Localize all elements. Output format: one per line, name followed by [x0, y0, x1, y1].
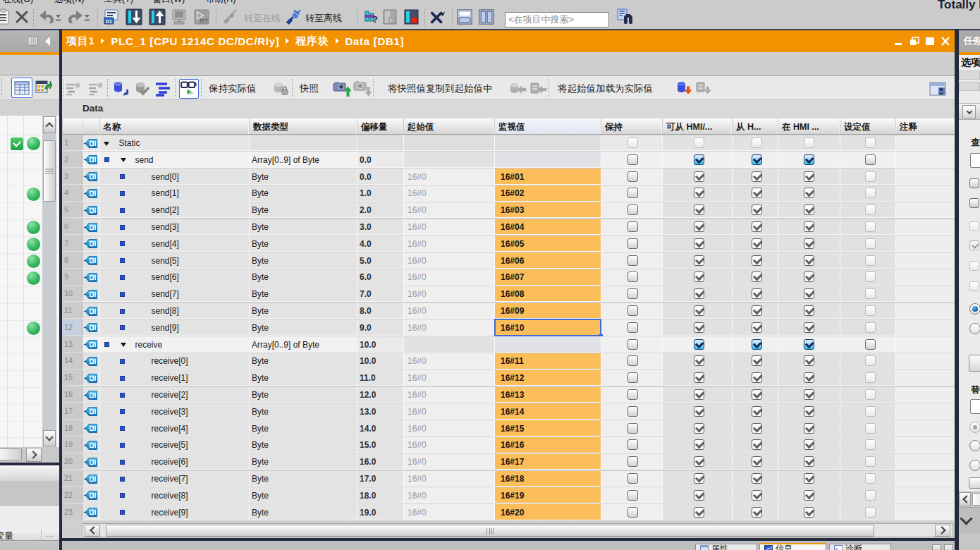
checkbox-set[interactable]	[865, 138, 876, 148]
checkbox-set[interactable]	[865, 473, 876, 484]
cell-start-value[interactable]: 16#0	[403, 269, 494, 286]
checkbox-set[interactable]	[865, 406, 876, 417]
checkbox-retain[interactable]	[627, 439, 638, 450]
row-number[interactable]: 20	[62, 454, 82, 470]
find-option-checkbox[interactable]	[969, 221, 979, 231]
checkbox-hmi1[interactable]	[694, 238, 704, 249]
checkbox-set[interactable]	[865, 154, 876, 165]
checkbox-hmi3[interactable]	[804, 171, 814, 182]
checkbox-hmi3[interactable]	[804, 423, 814, 434]
cell-comment[interactable]	[895, 202, 955, 219]
cell-comment[interactable]	[895, 169, 955, 185]
cell-start-value[interactable]: 16#0	[403, 504, 494, 520]
checkbox-set[interactable]	[865, 355, 876, 366]
cell-name[interactable]: receive[3]	[99, 403, 250, 420]
cell-datatype[interactable]: Byte	[249, 420, 357, 436]
cell-comment[interactable]	[895, 252, 955, 269]
row-number[interactable]: 22	[62, 487, 82, 503]
cell-start-value[interactable]	[403, 152, 494, 168]
cell-start-value[interactable]: 16#0	[403, 370, 494, 386]
tree-scroll-right-button[interactable]	[26, 448, 42, 462]
checkbox-hmi1[interactable]	[694, 490, 704, 501]
checkbox-set[interactable]	[865, 507, 876, 518]
checkbox-hmi3[interactable]	[804, 406, 814, 417]
checkbox-set[interactable]	[865, 372, 876, 383]
checkbox-hmi2[interactable]	[752, 372, 762, 383]
cell-datatype[interactable]: Byte	[249, 437, 357, 453]
float-icon[interactable]	[909, 37, 919, 46]
row-number[interactable]: 5	[62, 202, 82, 219]
cell-monitor-value[interactable]: 16#04	[494, 219, 601, 236]
cell-name[interactable]: receive[5]	[99, 437, 250, 453]
checkbox-hmi3[interactable]	[804, 305, 814, 316]
column-header-start[interactable]: 起始值	[403, 118, 494, 134]
paste-icon[interactable]	[0, 8, 11, 26]
find-option-checkbox[interactable]	[969, 261, 979, 271]
cell-start-value[interactable]: 16#0	[403, 236, 494, 252]
cell-comment[interactable]	[895, 336, 955, 353]
checkbox-hmi3[interactable]	[804, 355, 814, 366]
cell-datatype[interactable]: Array[0..9] of Byte	[249, 336, 357, 353]
load-start-values-label[interactable]: 将起始值加载为实际值	[558, 82, 653, 95]
cell-datatype[interactable]: Byte	[249, 202, 357, 219]
row-number[interactable]: 15	[62, 370, 82, 386]
cell-name[interactable]: send[6]	[99, 269, 250, 286]
checkbox-hmi1[interactable]	[694, 271, 704, 282]
find-option-checkbox[interactable]	[969, 198, 979, 208]
expand-toggle-icon[interactable]	[121, 158, 126, 162]
checkbox-retain[interactable]	[627, 238, 638, 249]
table-scroll-right-button[interactable]	[935, 525, 950, 537]
checkbox-hmi1[interactable]	[694, 423, 704, 434]
checkbox-hmi3[interactable]	[804, 238, 814, 249]
column-header-comment[interactable]: 注释	[895, 118, 955, 134]
row-number[interactable]: 10	[62, 286, 82, 302]
checkbox-hmi1[interactable]	[694, 255, 704, 266]
cell-name[interactable]: receive[6]	[99, 454, 250, 470]
checkbox-hmi1[interactable]	[694, 288, 704, 299]
checkbox-hmi1[interactable]	[694, 355, 704, 366]
column-header-offset[interactable]: 偏移量	[357, 118, 403, 134]
tab-diagnostics[interactable]: i 诊断	[829, 544, 891, 550]
find-option-checkbox[interactable]	[969, 240, 979, 250]
checkbox-retain[interactable]	[627, 372, 638, 383]
replace-button[interactable]	[969, 477, 980, 489]
checkbox-hmi2[interactable]	[752, 322, 762, 333]
column-header-hmi2[interactable]: 从 H...	[732, 118, 778, 134]
checkbox-hmi3[interactable]	[804, 507, 814, 518]
expand-toggle-icon[interactable]	[121, 343, 126, 347]
checkbox-set[interactable]	[865, 238, 876, 249]
cell-name[interactable]: receive[7]	[99, 471, 250, 487]
breadcrumb-plc[interactable]: PLC_1 [CPU 1214C DC/DC/Rly]	[111, 35, 279, 47]
checkbox-hmi3[interactable]	[804, 221, 814, 232]
cell-name[interactable]: receive[8]	[99, 487, 250, 503]
column-header-monitor[interactable]: 监视值	[494, 118, 601, 134]
column-header-name[interactable]: 名称	[99, 118, 250, 134]
cell-name[interactable]: Static	[99, 135, 250, 152]
row-number[interactable]: 14	[62, 353, 82, 369]
row-number[interactable]: 2	[62, 152, 82, 168]
breadcrumb-db[interactable]: Data [DB1]	[345, 35, 405, 47]
breadcrumb-blocks[interactable]: 程序块	[295, 35, 329, 48]
checkbox-hmi2[interactable]	[752, 305, 762, 316]
checkbox-hmi2[interactable]	[752, 439, 762, 450]
checkbox-retain[interactable]	[627, 473, 638, 484]
checkbox-set[interactable]	[865, 439, 876, 450]
menu-online[interactable]: 在线(O)	[3, 0, 33, 6]
checkbox-retain[interactable]	[627, 138, 638, 148]
checkbox-hmi3[interactable]	[804, 288, 814, 299]
minimize-icon[interactable]	[894, 37, 904, 46]
row-number[interactable]: 8	[62, 252, 82, 269]
find-button[interactable]	[969, 355, 980, 372]
cell-datatype[interactable]: Byte	[249, 487, 357, 503]
checkbox-hmi1[interactable]	[694, 171, 704, 182]
find-option-checkbox[interactable]	[969, 281, 979, 291]
cell-comment[interactable]	[895, 387, 955, 403]
cell-monitor-value[interactable]: 16#12	[494, 370, 601, 386]
row-number[interactable]: 12	[62, 319, 82, 336]
replace-option-radio[interactable]	[969, 422, 980, 433]
column-header-type[interactable]: 数据类型	[249, 118, 357, 134]
checkbox-retain[interactable]	[627, 456, 638, 467]
checkbox-set[interactable]	[865, 423, 876, 434]
checkbox-retain[interactable]	[627, 154, 638, 165]
go-offline-label[interactable]: 转至离线	[305, 12, 342, 25]
